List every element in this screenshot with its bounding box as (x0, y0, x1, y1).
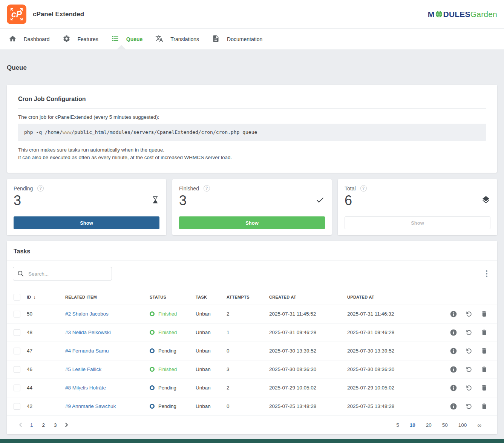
created-at-cell: 2025-07-25 13:48:28 (269, 397, 347, 415)
page-number-2[interactable]: 2 (38, 421, 50, 429)
total-show-button[interactable]: Show (345, 216, 490, 229)
task-cell: Unban (195, 305, 226, 323)
task-cell: Unban (195, 397, 226, 415)
delete-icon[interactable] (481, 347, 488, 354)
info-icon[interactable] (450, 310, 457, 318)
status-cell: Pending (149, 342, 195, 360)
pagination-pages: 123 (26, 422, 61, 428)
row-checkbox[interactable] (14, 366, 20, 373)
column-header-task[interactable]: TASK (195, 290, 226, 305)
status-label: Finished (158, 311, 177, 317)
page-size-20[interactable]: 20 (421, 421, 437, 429)
table-row: 42 #9 Annmarie Sawchuk Pending Unban 0 2… (7, 397, 497, 415)
retry-icon[interactable] (465, 403, 473, 410)
retry-icon[interactable] (465, 347, 473, 355)
table-row: 48 #3 Nelida Pelkowski Finished Unban 1 … (7, 323, 497, 342)
select-all-checkbox[interactable] (14, 294, 20, 300)
pending-card: Pending ? 3 Show (7, 179, 166, 235)
related-item-link[interactable]: #2 Shalon Jacobos (65, 311, 109, 317)
row-checkbox-cell (7, 360, 26, 379)
tab-documentation[interactable]: Documentation (205, 29, 269, 49)
related-item-cell: #4 Fernanda Samu (65, 342, 149, 360)
finished-value: 3 (179, 192, 187, 209)
column-header-related-item[interactable]: RELATED ITEM (65, 290, 149, 305)
cron-intro-text: The cron job for cPanelExtended (every 5… (18, 114, 486, 121)
main-nav: Dashboard Features Queue Translations Do… (0, 29, 504, 49)
info-icon[interactable] (450, 329, 457, 336)
row-checkbox[interactable] (14, 311, 20, 317)
info-icon[interactable] (450, 384, 457, 392)
gear-icon (63, 35, 70, 44)
next-page-icon[interactable] (61, 420, 71, 430)
tasks-table-body: 50 #2 Shalon Jacobos Finished Unban 2 20… (7, 305, 497, 415)
column-header-actions (448, 290, 497, 305)
cron-card-title: Cron Job Configuration (18, 95, 486, 103)
updated-at-cell: 2025-07-30 08:36:30 (347, 360, 448, 379)
info-icon[interactable] (450, 366, 457, 373)
page-number-1[interactable]: 1 (26, 421, 38, 429)
column-header-updated-at[interactable]: UPDATED AT (347, 290, 448, 305)
delete-icon[interactable] (481, 366, 488, 373)
finished-show-button[interactable]: Show (179, 216, 325, 229)
page-number-3[interactable]: 3 (49, 421, 61, 429)
related-item-link[interactable]: #4 Fernanda Samu (65, 348, 109, 354)
tab-features[interactable]: Features (56, 29, 105, 49)
column-header-status[interactable]: STATUS (149, 290, 195, 305)
delete-icon[interactable] (481, 403, 488, 410)
status-label: Pending (158, 385, 176, 391)
pending-show-button[interactable]: Show (14, 216, 159, 229)
column-header-created-at[interactable]: CREATED AT (269, 290, 347, 305)
row-checkbox[interactable] (14, 385, 20, 391)
globe-icon (435, 10, 443, 18)
help-icon[interactable]: ? (360, 185, 367, 192)
status-ring-icon (150, 311, 155, 316)
page-size-5[interactable]: 5 (391, 421, 404, 429)
modulesgarden-logo[interactable]: M DULES Garden (428, 10, 497, 19)
page-size-100[interactable]: 100 (453, 421, 472, 429)
brand-garden: Garden (470, 10, 497, 19)
related-item-cell: #2 Shalon Jacobos (65, 305, 149, 323)
related-item-link[interactable]: #9 Annmarie Sawchuk (65, 403, 116, 409)
column-header-id[interactable]: ID↓ (26, 290, 65, 305)
column-header-attempts[interactable]: ATTEMPTS (226, 290, 269, 305)
tab-queue[interactable]: Queue (105, 29, 149, 49)
svg-text:cP: cP (11, 9, 22, 19)
row-checkbox[interactable] (14, 329, 20, 336)
row-checkbox[interactable] (14, 348, 20, 354)
search-input[interactable] (13, 267, 112, 281)
status-cell: Finished (149, 323, 195, 342)
info-icon[interactable] (450, 403, 457, 410)
tab-dashboard[interactable]: Dashboard (2, 29, 56, 49)
retry-icon[interactable] (465, 384, 473, 392)
delete-icon[interactable] (481, 384, 488, 391)
updated-at-cell: 2025-07-29 10:05:02 (347, 379, 448, 397)
active-tab-caret (117, 45, 126, 49)
delete-icon[interactable] (481, 329, 488, 336)
finished-card: Finished ? 3 Show (172, 179, 332, 235)
status-ring-icon (150, 404, 155, 409)
stats-row: Pending ? 3 Show Fin (7, 179, 497, 235)
row-checkbox[interactable] (14, 403, 20, 410)
page-size-∞[interactable]: ∞ (472, 420, 487, 430)
task-cell: Unban (195, 379, 226, 397)
tab-translations[interactable]: Translations (149, 29, 205, 49)
delete-icon[interactable] (481, 310, 488, 317)
page-size-10[interactable]: 10 (404, 421, 421, 429)
bottom-bar (0, 439, 504, 443)
related-item-link[interactable]: #3 Nelida Pelkowski (65, 330, 111, 335)
id-cell: 47 (26, 342, 65, 360)
info-icon[interactable] (450, 347, 457, 355)
row-checkbox-cell (7, 397, 26, 415)
retry-icon[interactable] (465, 310, 473, 318)
help-icon[interactable]: ? (37, 185, 44, 192)
prev-page-icon[interactable] (16, 420, 26, 430)
kebab-menu-icon[interactable] (482, 268, 491, 279)
status-cell: Pending (149, 397, 195, 415)
page-size-50[interactable]: 50 (437, 421, 453, 429)
related-item-link[interactable]: #8 Miķelis Hofrāte (65, 385, 106, 391)
created-at-cell: 2025-07-30 13:39:52 (269, 342, 347, 360)
retry-icon[interactable] (465, 329, 473, 336)
related-item-link[interactable]: #5 Leslie Fallick (65, 366, 101, 372)
help-icon[interactable]: ? (204, 185, 210, 192)
retry-icon[interactable] (465, 366, 473, 373)
